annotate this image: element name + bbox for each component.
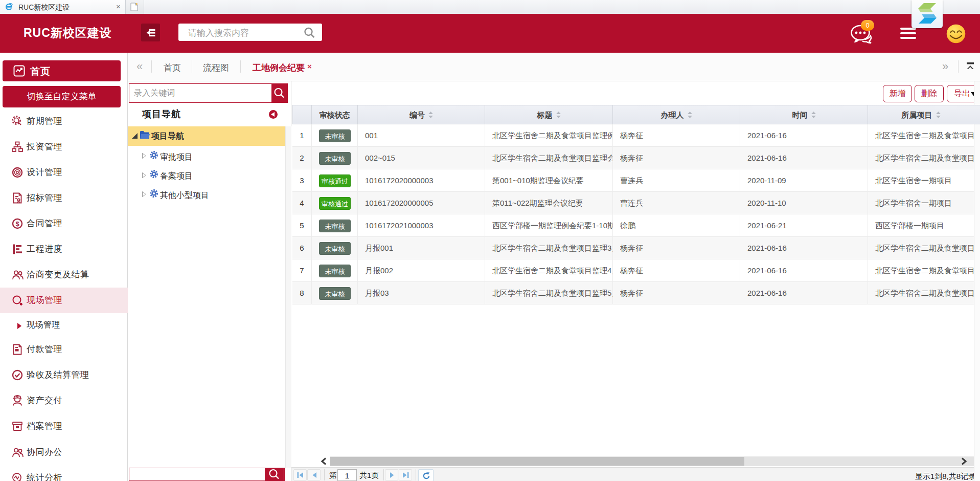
svg-text:$: $ [15,220,19,228]
svg-text:*: * [136,3,138,7]
